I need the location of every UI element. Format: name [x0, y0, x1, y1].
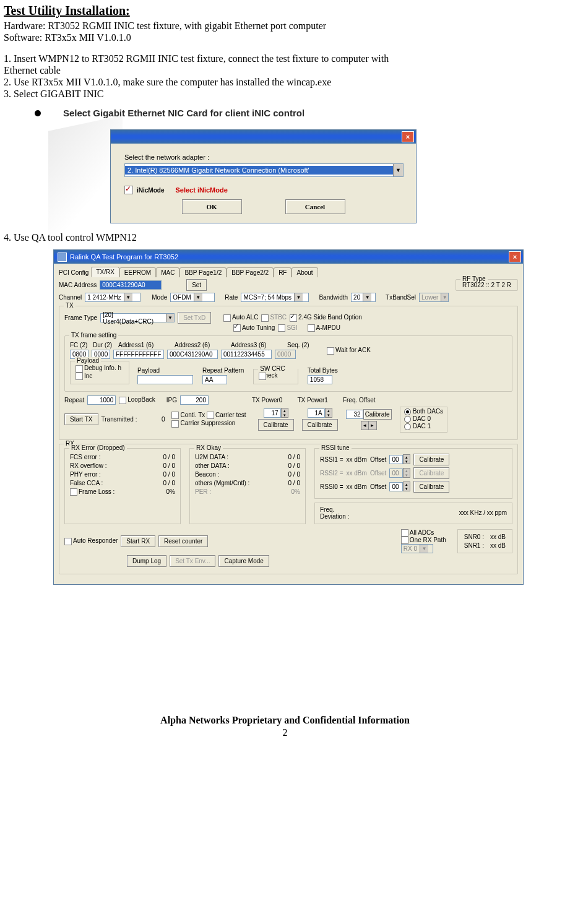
totalbytes-field[interactable]: 1058 [308, 375, 332, 384]
close-icon[interactable]: × [509, 251, 521, 262]
offset1-spinner[interactable]: ▴▾ [403, 454, 410, 464]
onerx-checkbox[interactable] [401, 537, 408, 544]
offset0-field[interactable]: 00 [389, 482, 403, 491]
fcserr-label: FCS error : [70, 454, 100, 460]
dbginfo-checkbox[interactable] [76, 365, 83, 373]
txp0-spinner[interactable]: ▴▾ [281, 408, 288, 418]
channel-combo[interactable]: 1 2412-MHz▼ [85, 293, 140, 302]
others-label: others (Mgmt/Cntl) : [195, 480, 249, 486]
rxerror-legend: RX Error (Dropped) [69, 444, 127, 451]
capture-button[interactable]: Capture Mode [218, 555, 269, 567]
autoalc-checkbox[interactable] [223, 314, 231, 322]
a2-label: Address2 (6) [175, 342, 228, 348]
txp1-spinner[interactable]: ▴▾ [325, 408, 332, 418]
inicmode-checkbox[interactable] [124, 186, 133, 194]
txp1-field[interactable]: 1A [308, 408, 325, 418]
calibrate-rssi1-button[interactable]: Calibrate [413, 454, 449, 465]
cancel-button[interactable]: Cancel [285, 199, 345, 214]
payload-field[interactable] [137, 375, 193, 384]
waitack-checkbox[interactable] [327, 347, 334, 355]
loopback-label: LoopBack [127, 396, 155, 403]
carrier-checkbox[interactable] [207, 412, 214, 419]
qa-window-title: Ralink QA Test Program for RT3052 [70, 253, 178, 261]
a3-field[interactable]: 001122334455 [221, 350, 272, 359]
chevron-down-icon[interactable]: ▼ [166, 314, 175, 322]
txp0-field[interactable]: 17 [264, 408, 281, 418]
ampdu-checkbox[interactable] [308, 324, 315, 332]
starttx-button[interactable]: Start TX [64, 413, 98, 425]
txp0-label: TX Power0 [252, 397, 282, 404]
rate-combo[interactable]: MCS=7; 54 Mbps▼ [241, 293, 309, 302]
carriersup-checkbox[interactable] [171, 420, 179, 428]
step-1a: 1. Insert WMPN12 to RT3052 RGMII INIC te… [4, 53, 566, 64]
frametype-combo[interactable]: [20] User4(Data+CRC)▼ [100, 313, 175, 322]
app-icon [58, 253, 67, 262]
txbandsel-combo: Lower▼ [419, 293, 449, 302]
calibrate-p1-button[interactable]: Calibrate [302, 419, 338, 431]
mode-combo[interactable]: OFDM▼ [170, 293, 215, 302]
adapter-combobox[interactable]: 2. Intel(R) 82566MM Gigabit Network Conn… [124, 163, 404, 177]
offset1-field[interactable]: 00 [389, 455, 403, 464]
autotuning-checkbox[interactable] [233, 324, 241, 332]
ok-button[interactable]: OK [182, 199, 242, 214]
tab-eeprom[interactable]: EEPROM [119, 267, 156, 277]
rssi1-val: xx dBm [347, 456, 367, 463]
macaddr-field[interactable]: 000C431290A0 [100, 280, 162, 290]
ipg-field[interactable]: 200 [180, 395, 209, 405]
a2-field[interactable]: 000C431290A0 [167, 350, 218, 359]
chevron-down-icon: ▼ [441, 293, 448, 301]
calibrate-p0-button[interactable]: Calibrate [258, 419, 294, 431]
mode-label: Mode [152, 294, 167, 301]
loopback-checkbox[interactable] [119, 397, 126, 404]
sideband-checkbox[interactable] [290, 314, 297, 322]
repeat-field[interactable]: 1000 [87, 395, 116, 405]
dac0-radio[interactable] [404, 416, 411, 423]
close-icon[interactable]: × [402, 131, 414, 142]
calibrate-freq-button[interactable]: Calibrate [363, 409, 392, 420]
autoresp-checkbox[interactable] [64, 538, 72, 545]
dac-both-radio[interactable] [404, 408, 411, 415]
snr0-value: xx dB [490, 533, 506, 540]
tab-rf[interactable]: RF [274, 267, 291, 277]
offset0-spinner[interactable]: ▴▾ [403, 481, 410, 491]
repeat-label: Repeat [64, 397, 84, 404]
adapter-selected: 2. Intel(R) 82566MM Gigabit Network Conn… [125, 166, 393, 175]
chevron-down-icon[interactable]: ▼ [294, 293, 303, 301]
swcrc-checkbox [259, 373, 266, 380]
dac-group: Both DACs DAC 0 DAC 1 [400, 407, 447, 433]
chevron-down-icon[interactable]: ▼ [124, 293, 132, 301]
bandwidth-combo[interactable]: 20▼ [351, 293, 376, 302]
fc-label: FC (2) [70, 342, 90, 348]
rxovf-value: 0 / 0 [163, 462, 175, 469]
calibrate-rssi2-button: Calibrate [413, 467, 449, 479]
repeatpat-field[interactable]: AA [202, 375, 227, 384]
dumplog-button[interactable]: Dump Log [127, 555, 166, 567]
alladcs-checkbox[interactable] [401, 529, 408, 537]
page-title: Test Utility Installation: [4, 4, 566, 18]
snr-group: SNR0 :xx dB SNR1 :xx dB [457, 529, 512, 553]
conti-checkbox[interactable] [171, 412, 179, 419]
tab-bbp2[interactable]: BBP Page2/2 [227, 267, 274, 277]
freqoff-field[interactable]: 32 [346, 410, 363, 419]
set-button[interactable]: Set [186, 279, 207, 291]
a1-field[interactable]: FFFFFFFFFFFF [113, 350, 164, 359]
calibrate-rssi0-button[interactable]: Calibrate [413, 481, 449, 493]
resetcnt-button[interactable]: Reset counter [158, 535, 208, 547]
tab-mac[interactable]: MAC [156, 267, 179, 277]
frameloss-checkbox[interactable] [70, 488, 77, 496]
inc-checkbox[interactable] [76, 373, 83, 380]
a3-label: Address3 (6) [231, 342, 284, 348]
bullet-text: Select Gigabit Ethernet NIC Card for cli… [63, 108, 304, 118]
page-footer: Alpha Networks Proprietary and Confident… [4, 715, 566, 726]
tab-about[interactable]: About [291, 267, 317, 277]
tab-txrx[interactable]: TX/RX [91, 267, 119, 277]
chevron-down-icon[interactable]: ▼ [194, 293, 202, 301]
chevron-down-icon[interactable]: ▼ [363, 293, 371, 301]
other-value: 0 / 0 [288, 462, 300, 469]
chevron-down-icon[interactable]: ▼ [393, 164, 403, 176]
freqoff-slider[interactable]: ◂▸ [361, 421, 377, 430]
startrx-button[interactable]: Start RX [121, 535, 155, 547]
beacon-label: Beacon : [195, 471, 219, 478]
dac1-radio[interactable] [404, 423, 411, 430]
tab-bbp1[interactable]: BBP Page1/2 [179, 267, 227, 277]
